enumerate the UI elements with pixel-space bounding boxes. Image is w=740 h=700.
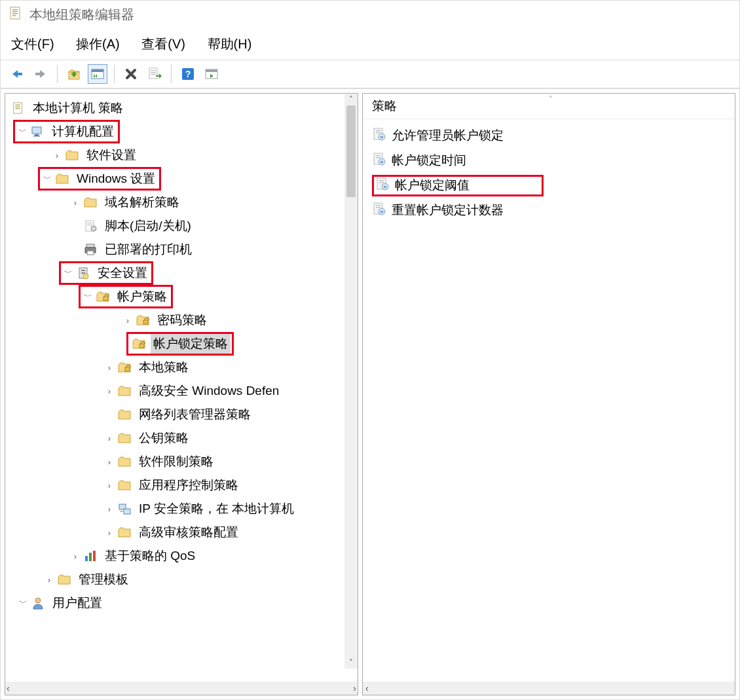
tree-software-settings[interactable]: › 软件设置 [5,143,358,167]
svg-rect-24 [35,134,39,136]
user-icon [30,596,46,610]
svg-rect-28 [87,225,92,225]
svg-rect-21 [15,106,20,107]
expander-icon[interactable]: ﹀ [62,267,74,279]
right-horizontal-scrollbar[interactable]: ‹ [363,682,735,695]
expander-icon[interactable]: › [103,457,115,467]
computer-icon [29,124,45,139]
tree-item-label: 网络列表管理器策略 [136,405,253,424]
tree-qos[interactable]: › 基于策略的 QoS [5,544,358,568]
toolbar-separator [57,65,58,83]
scroll-right-icon[interactable]: › [353,683,356,693]
policy-icon [375,177,390,194]
tree-item-label: 基于策略的 QoS [102,546,198,566]
export-button[interactable] [145,64,164,84]
folder-lock-icon [135,313,151,327]
svg-rect-3 [12,13,18,14]
tree-scripts[interactable]: 脚本(启动/关机) [5,214,358,238]
expander-icon[interactable]: › [103,363,115,373]
expander-icon[interactable]: ﹀ [17,597,29,609]
list-header[interactable]: 策略 ˄ [363,94,735,119]
help-button[interactable]: ? [178,64,198,84]
svg-rect-27 [87,223,92,223]
svg-rect-48 [376,130,380,131]
svg-text:?: ? [185,69,191,79]
list-item[interactable]: 允许管理员帐户锁定 [369,123,728,148]
horizontal-scrollbar[interactable]: ‹ › [5,682,358,695]
policy-icon [372,202,386,219]
expander-icon[interactable]: › [103,481,115,490]
delete-button[interactable] [121,64,141,84]
svg-point-46 [35,598,41,603]
svg-rect-11 [149,68,157,79]
scroll-down-icon[interactable]: ˅ [349,658,353,667]
tree-network-list[interactable]: 网络列表管理器策略 [5,403,358,426]
menu-help[interactable]: 帮助(H) [208,37,252,51]
svg-rect-6 [35,73,41,75]
tree-user-config[interactable]: ﹀ 用户配置 [5,591,358,615]
svg-point-29 [91,226,96,231]
tree-computer-config[interactable]: ﹀ 计算机配置 [5,120,358,143]
tree-software-restriction[interactable]: › 软件限制策略 [5,450,358,473]
window: 本地组策略编辑器 文件(F) 操作(A) 查看(V) 帮助(H) ? [0,0,740,700]
up-button[interactable] [64,64,84,84]
expander-icon[interactable]: ﹀ [82,291,94,303]
tree-lockout-policy[interactable]: 帐户锁定策略 [5,332,358,356]
list-item-label: 帐户锁定阈值 [395,177,470,194]
list-item[interactable]: 重置帐户锁定计数器 [369,198,728,223]
tree-public-key[interactable]: › 公钥策略 [5,426,358,450]
expander-icon[interactable]: › [103,433,115,443]
tree-adv-audit[interactable]: › 高级审核策略配置 [5,521,358,544]
tree-windows-settings[interactable]: ﹀ Windows 设置 [5,167,358,191]
tree-local-policies[interactable]: › 本地策略 [5,356,358,379]
show-hide-button[interactable] [202,64,221,84]
expander-icon[interactable]: ﹀ [16,126,28,138]
scroll-up-icon[interactable]: ˄ [349,95,353,104]
tree-admin-templates[interactable]: › 管理模板 [5,568,358,591]
tree-wdf[interactable]: › 高级安全 Windows Defen [5,379,358,403]
tree-view[interactable]: 本地计算机 策略 ﹀ 计算机配置 › 软件设置 ﹀ [5,94,358,682]
svg-rect-1 [12,9,18,10]
back-button[interactable] [7,64,27,84]
expander-icon[interactable]: › [43,575,55,585]
expander-icon[interactable]: › [51,151,63,160]
menu-file[interactable]: 文件(F) [11,37,54,51]
scroll-left-icon[interactable]: ‹ [365,683,369,693]
menu-action[interactable]: 操作(A) [76,37,120,51]
vertical-scrollbar[interactable]: ˄ ˅ [344,94,358,669]
forward-button[interactable] [31,64,50,84]
tree-dns-policy[interactable]: › 域名解析策略 [5,191,358,214]
expander-icon[interactable]: › [69,551,81,561]
svg-rect-42 [124,509,130,514]
scroll-left-icon[interactable]: ‹ [7,683,10,693]
expander-icon[interactable]: › [103,504,115,514]
expander-icon[interactable]: › [122,316,134,325]
svg-rect-14 [151,74,156,75]
list-item[interactable]: 帐户锁定时间 [369,148,728,173]
tree-printers[interactable]: 已部署的打印机 [5,238,358,261]
folder-icon [117,407,132,422]
scroll-thumb[interactable] [346,105,356,197]
properties-button[interactable] [88,64,107,84]
menu-view[interactable]: 查看(V) [141,37,185,51]
expander-icon[interactable]: › [103,386,115,396]
tree-root[interactable]: 本地计算机 策略 [5,96,358,120]
tree-app-control[interactable]: › 应用程序控制策略 [5,473,358,497]
svg-rect-23 [32,127,41,134]
tree-security-settings[interactable]: ﹀ 安全设置 [5,261,358,285]
expander-icon[interactable]: ﹀ [41,173,53,185]
tree-password-policy[interactable]: › 密码策略 [5,308,358,332]
folder-icon [54,172,70,186]
column-header-policy: 策略 [372,99,397,113]
tree-ip-sec[interactable]: › IP 安全策略，在 本地计算机 [5,497,358,521]
svg-rect-61 [384,186,386,188]
expander-icon[interactable]: › [103,528,115,538]
tree-account-policies[interactable]: ﹀ 帐户策略 [5,285,358,308]
tree-item-label: 高级审核策略配置 [136,523,241,542]
svg-rect-22 [15,108,20,109]
tree-item-label: 本地策略 [136,358,191,377]
expander-icon[interactable]: › [69,198,81,208]
window-title: 本地组策略编辑器 [29,6,134,24]
svg-rect-9 [92,69,103,72]
list-item[interactable]: 帐户锁定阈值 [369,173,728,198]
